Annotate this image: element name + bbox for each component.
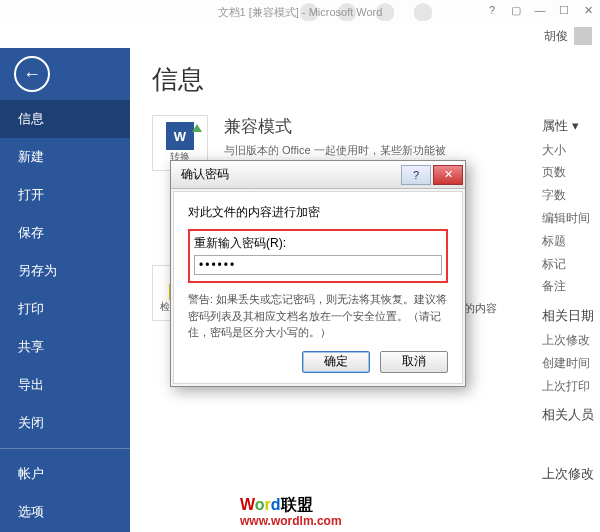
- watermark: Word联盟 www.wordlm.com: [240, 495, 342, 528]
- close-window-button[interactable]: ✕: [576, 0, 600, 20]
- minimize-button[interactable]: —: [528, 0, 552, 20]
- backstage-sidebar: ← 信息 新建 打开 保存 另存为 打印 共享 导出 关闭 帐户 选项: [0, 48, 130, 532]
- page-title: 信息: [152, 62, 600, 97]
- nav-open[interactable]: 打开: [0, 176, 130, 214]
- encrypt-label: 对此文件的内容进行加密: [188, 204, 448, 221]
- properties-column: 属性 ▾ 大小 页数 字数 编辑时间 标题 标记 备注 相关日期 上次修改 创建…: [542, 108, 600, 487]
- back-button[interactable]: ←: [14, 56, 50, 92]
- nav-export[interactable]: 导出: [0, 366, 130, 404]
- word-doc-icon: W: [166, 122, 194, 150]
- props-head[interactable]: 属性 ▾: [542, 114, 600, 139]
- nav-share[interactable]: 共享: [0, 328, 130, 366]
- dialog-title: 确认密码: [181, 166, 229, 183]
- maximize-button[interactable]: ☐: [552, 0, 576, 20]
- help-button[interactable]: ?: [480, 0, 504, 20]
- user-bar: 胡俊: [0, 24, 600, 48]
- cancel-button[interactable]: 取消: [380, 351, 448, 373]
- compat-title: 兼容模式: [224, 115, 454, 138]
- dialog-titlebar[interactable]: 确认密码 ? ✕: [171, 161, 465, 189]
- avatar[interactable]: [574, 27, 592, 45]
- confirm-password-dialog: 确认密码 ? ✕ 对此文件的内容进行加密 重新输入密码(R): 警告: 如果丢失…: [170, 160, 466, 387]
- dialog-close-button[interactable]: ✕: [433, 165, 463, 185]
- dialog-help-button[interactable]: ?: [401, 165, 431, 185]
- nav-options[interactable]: 选项: [0, 493, 130, 531]
- nav-close[interactable]: 关闭: [0, 404, 130, 442]
- user-name[interactable]: 胡俊: [544, 28, 568, 45]
- restore-button[interactable]: ▢: [504, 0, 528, 20]
- reenter-label: 重新输入密码(R):: [194, 235, 442, 252]
- nav-info[interactable]: 信息: [0, 100, 130, 138]
- nav-saveas[interactable]: 另存为: [0, 252, 130, 290]
- nav-new[interactable]: 新建: [0, 138, 130, 176]
- nav-account[interactable]: 帐户: [0, 455, 130, 493]
- ok-button[interactable]: 确定: [302, 351, 370, 373]
- password-group: 重新输入密码(R):: [188, 229, 448, 283]
- warning-text: 警告: 如果丢失或忘记密码，则无法将其恢复。建议将密码列表及其相应文档名放在一个…: [188, 291, 448, 341]
- password-input[interactable]: [194, 255, 442, 275]
- title-bar: 文档1 [兼容模式] - Microsoft Word ? ▢ — ☐ ✕: [0, 0, 600, 24]
- nav-print[interactable]: 打印: [0, 290, 130, 328]
- nav-save[interactable]: 保存: [0, 214, 130, 252]
